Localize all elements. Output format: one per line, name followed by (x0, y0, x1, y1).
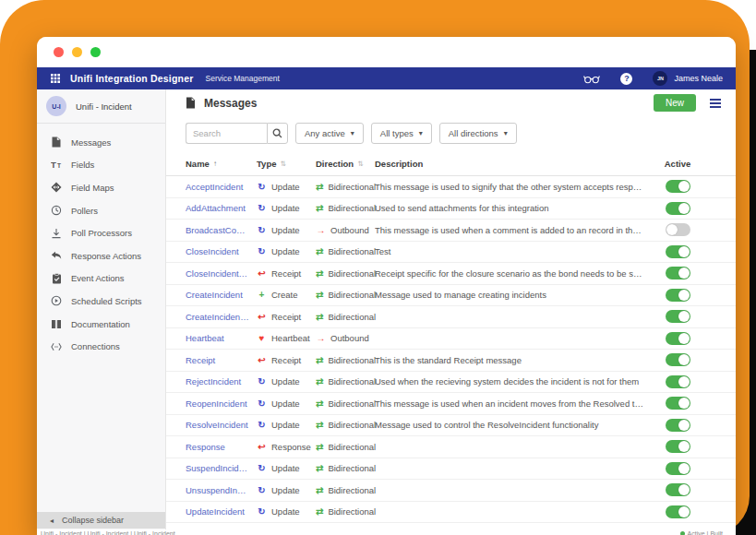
message-name-link[interactable]: Receipt (186, 355, 253, 365)
apps-grid-icon[interactable] (51, 74, 60, 83)
table-row[interactable]: ResolveIncident ↻Update ⇄Bidirectional M… (166, 415, 736, 437)
message-name-link[interactable]: Response (186, 442, 253, 452)
sidebar-item-poll-processors[interactable]: Poll Processors (37, 221, 165, 244)
table-row[interactable]: CloseIncident ↻Update ⇄Bidirectional Tes… (166, 242, 736, 264)
table-row[interactable]: RejectIncident ↻Update ⇄Bidirectional Us… (166, 372, 736, 394)
active-toggle[interactable] (666, 267, 690, 279)
user-name[interactable]: James Neale (674, 74, 723, 83)
table-row[interactable]: Heartbeat ♥Heartbeat →Outbound (166, 328, 736, 351)
close-window-button[interactable] (54, 47, 64, 57)
active-toggle[interactable] (666, 245, 690, 258)
service-management-tab[interactable]: Service Management (206, 74, 280, 83)
message-name-link[interactable]: BroadcastComment (186, 225, 253, 235)
active-toggle[interactable] (666, 202, 690, 215)
active-toggle[interactable] (666, 440, 690, 453)
sidebar-item-field-maps[interactable]: Field Maps (37, 176, 165, 199)
active-toggle[interactable] (666, 310, 690, 323)
table-row[interactable]: CreateIncidentReceipt ↩Receipt ⇄Bidirect… (166, 306, 736, 328)
sidebar-item-response-actions[interactable]: Response Actions (37, 244, 165, 268)
reply-icon: ↩ (257, 268, 267, 279)
active-toggle[interactable] (666, 375, 690, 388)
message-name-link[interactable]: CloseIncident (186, 246, 253, 256)
message-name-link[interactable]: Heartbeat (186, 333, 253, 343)
minimize-window-button[interactable] (72, 47, 82, 57)
type-filter-dropdown[interactable]: All types▾ (371, 123, 432, 144)
sidebar-item-connections[interactable]: Connections (37, 335, 165, 358)
type-cell: ↻Update (257, 225, 312, 235)
messages-document-icon (186, 97, 196, 109)
active-toggle[interactable] (666, 223, 690, 236)
plus-icon: + (257, 290, 267, 300)
table-row[interactable]: CloseIncidentReceipt ↩Receipt ⇄Bidirecti… (166, 263, 736, 285)
sidebar-item-event-actions[interactable]: Event Actions (37, 268, 165, 291)
sidebar-item-label: Field Maps (71, 183, 114, 193)
table-row[interactable]: BroadcastComment ↻Update →Outbound This … (166, 220, 736, 242)
message-name-link[interactable]: AcceptIncident (186, 182, 253, 192)
active-toggle[interactable] (666, 397, 690, 410)
type-cell: ♥Heartbeat (257, 333, 312, 343)
direction-cell: ⇄Bidirectional (316, 420, 371, 430)
table-row[interactable]: ReopenIncident ↻Update ⇄Bidirectional Th… (166, 393, 736, 415)
type-cell: ↻Update (257, 203, 312, 213)
table-row[interactable]: Receipt ↩Receipt ⇄Bidirectional This is … (166, 350, 736, 372)
active-toggle[interactable] (666, 289, 690, 302)
message-name-link[interactable]: UnsuspendIncident (186, 485, 253, 495)
search-button[interactable] (267, 123, 288, 144)
direction-filter-dropdown[interactable]: All directions▾ (439, 123, 517, 144)
active-toggle[interactable] (666, 419, 690, 432)
sidebar-item-documentation[interactable]: Documentation (37, 313, 165, 336)
column-header-type[interactable]: Type⇅ (257, 159, 312, 169)
app-window: Unifi Integration Designer Service Manag… (37, 37, 736, 535)
column-header-name[interactable]: Name↑ (186, 159, 253, 169)
active-status-dot (680, 531, 685, 535)
active-toggle[interactable] (666, 180, 690, 193)
active-toggle[interactable] (666, 483, 690, 496)
table-row[interactable]: AddAttachment ↻Update ⇄Bidirectional Use… (166, 198, 736, 220)
type-cell: ↻Update (257, 246, 312, 256)
message-name-link[interactable]: SuspendIncident (186, 463, 253, 473)
table-row[interactable]: AcceptIncident ↻Update ⇄Bidirectional Th… (166, 176, 736, 198)
table-row[interactable]: SuspendIncident ↻Update ⇄Bidirectional (166, 458, 736, 481)
message-name-link[interactable]: RejectIncident (186, 376, 253, 386)
help-icon[interactable]: ? (620, 73, 632, 85)
table-row[interactable]: UpdateIncident ↻Update ⇄Bidirectional (166, 502, 736, 524)
direction-cell: ⇄Bidirectional (316, 442, 371, 452)
history-clock-icon (51, 205, 62, 216)
workspace-selector[interactable]: U-I Unifi - Incident (37, 89, 165, 124)
message-name-link[interactable]: CreateIncidentReceipt (186, 312, 253, 322)
table-row[interactable]: Response ↩Response ⇄Bidirectional (166, 436, 736, 458)
message-name-link[interactable]: UpdateIncident (186, 506, 253, 517)
hamburger-menu-icon[interactable] (708, 97, 723, 110)
main-header: Messages New (166, 89, 736, 115)
description-cell: This message is used when an incident mo… (375, 398, 653, 409)
heart-icon: ♥ (257, 333, 267, 343)
table-row[interactable]: UnsuspendIncident ↻Update ⇄Bidirectional (166, 480, 736, 502)
active-toggle[interactable] (666, 462, 690, 475)
message-name-link[interactable]: CloseIncidentReceipt (186, 268, 253, 279)
column-header-direction[interactable]: Direction⇅ (316, 159, 371, 169)
active-toggle[interactable] (666, 505, 690, 518)
search-input[interactable] (186, 123, 267, 144)
active-toggle[interactable] (666, 332, 690, 345)
message-name-link[interactable]: CreateIncident (186, 290, 253, 300)
sidebar-item-fields[interactable]: TT Fields (37, 154, 165, 177)
svg-text:T: T (57, 162, 61, 169)
maximize-window-button[interactable] (90, 47, 101, 57)
chevron-left-icon: ◂ (50, 517, 54, 525)
collapse-sidebar-button[interactable]: ◂ Collapse sidebar (37, 512, 165, 529)
sidebar-item-label: Messages (71, 137, 111, 148)
sync-icon: ↻ (257, 420, 267, 430)
user-avatar[interactable]: JN (653, 71, 667, 86)
message-name-link[interactable]: AddAttachment (186, 203, 253, 213)
active-toggle[interactable] (666, 353, 690, 366)
message-name-link[interactable]: ReopenIncident (186, 398, 253, 409)
new-button[interactable]: New (654, 94, 696, 112)
sidebar-item-scheduled-scripts[interactable]: Scheduled Scripts (37, 290, 165, 313)
message-name-link[interactable]: ResolveIncident (186, 420, 253, 430)
spectacles-icon[interactable] (583, 74, 600, 84)
active-filter-dropdown[interactable]: Any active▾ (295, 123, 364, 144)
sidebar-item-pollers[interactable]: Pollers (37, 199, 165, 222)
table-row[interactable]: CreateIncident +Create ⇄Bidirectional Me… (166, 285, 736, 307)
sidebar-item-messages[interactable]: Messages (37, 131, 165, 154)
sync-icon: ↻ (257, 182, 267, 192)
